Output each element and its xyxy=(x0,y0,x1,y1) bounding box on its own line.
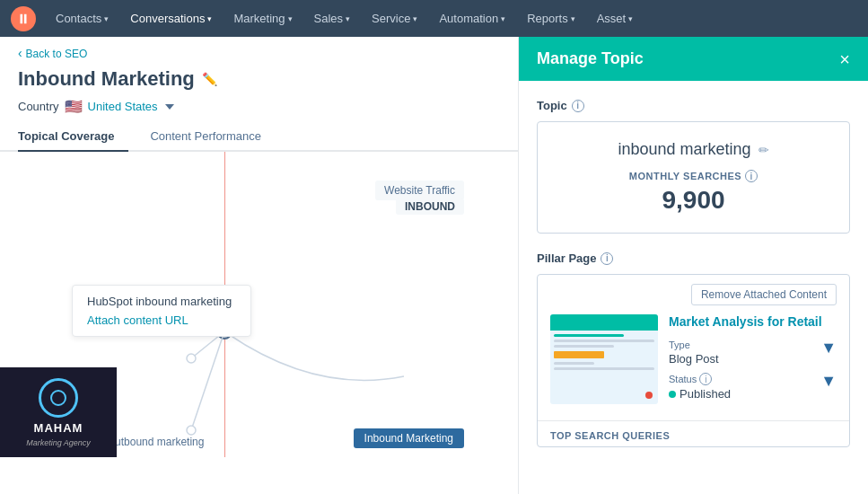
modal-header: Manage Topic × xyxy=(519,37,868,81)
nav-conversations[interactable]: Conversations▾ xyxy=(121,8,221,29)
chart-area: Website Traffic INBOUND HubSpot inbound … xyxy=(0,152,518,457)
hubspot-logo xyxy=(11,6,36,31)
thumb-body xyxy=(550,331,658,376)
maham-logo: MAHAM Marketing Agency xyxy=(0,367,117,457)
manage-topic-modal: Manage Topic × Topic i inbound marketing… xyxy=(518,37,868,494)
status-dot-icon xyxy=(669,391,676,398)
pillar-section: Pillar Page i Remove Attached Content xyxy=(537,251,850,447)
status-info-icon[interactable]: i xyxy=(699,373,712,385)
country-link[interactable]: United States xyxy=(88,100,158,113)
modal-body: Topic i inbound marketing ✏ MONTHLY SEAR… xyxy=(519,81,868,494)
close-button[interactable]: × xyxy=(839,50,850,68)
left-panel: Back to SEO Inbound Marketing ✏️ Country… xyxy=(0,37,518,494)
topic-value: inbound marketing xyxy=(618,140,750,159)
tabs-row: Topical Coverage Content Performance xyxy=(0,122,518,152)
nav-sales[interactable]: Sales▾ xyxy=(305,8,360,29)
pillar-name[interactable]: Market Analysis for Retail xyxy=(669,314,837,329)
thumb-line-4 xyxy=(554,362,594,365)
status-value: Published xyxy=(669,387,731,401)
page-title: Inbound Marketing xyxy=(18,67,195,91)
remove-attached-content-button[interactable]: Remove Attached Content xyxy=(691,284,837,305)
pillar-section-label: Pillar Page i xyxy=(537,251,850,265)
maham-subtitle: Marketing Agency xyxy=(26,438,91,447)
page-title-row: Inbound Marketing ✏️ xyxy=(0,64,518,98)
tab-content-performance[interactable]: Content Performance xyxy=(150,122,276,150)
attach-link[interactable]: Attach content URL xyxy=(87,313,236,327)
nav-contacts[interactable]: Contacts▾ xyxy=(47,8,118,29)
pillar-type-field: Type Blog Post xyxy=(669,340,719,366)
country-label: Country xyxy=(18,100,59,113)
nav-marketing[interactable]: Marketing▾ xyxy=(224,8,301,29)
type-value: Blog Post xyxy=(669,352,719,366)
nav-automation[interactable]: Automation▾ xyxy=(430,8,514,29)
pillar-info-icon[interactable]: i xyxy=(601,252,613,265)
svg-point-4 xyxy=(187,354,196,363)
status-label: Status i xyxy=(669,373,731,385)
node-card: HubSpot inbound marketing Attach content… xyxy=(72,285,251,337)
edit-icon[interactable]: ✏️ xyxy=(202,72,217,86)
inbound-label: INBOUND xyxy=(396,198,464,215)
type-chevron-button[interactable]: ▼ xyxy=(820,340,837,356)
node-title: HubSpot inbound marketing xyxy=(87,295,236,308)
top-search-queries-label: TOP SEARCH QUERIES xyxy=(538,420,849,446)
bottom-label: Inbound Marketing xyxy=(354,428,464,448)
top-navigation: Contacts▾ Conversations▾ Marketing▾ Sale… xyxy=(0,0,868,37)
breadcrumb[interactable]: Back to SEO xyxy=(0,37,518,64)
monthly-searches-label: MONTHLY SEARCHES i xyxy=(556,170,831,182)
topic-info-icon[interactable]: i xyxy=(572,100,584,112)
topic-value-row: inbound marketing ✏ xyxy=(556,140,831,159)
country-flag: 🇺🇸 xyxy=(65,98,83,115)
thumb-line-1 xyxy=(554,334,624,337)
pillar-info: Market Analysis for Retail Type Blog Pos… xyxy=(669,314,837,408)
country-row: Country 🇺🇸 United States xyxy=(0,98,518,122)
topic-edit-icon[interactable]: ✏ xyxy=(758,143,769,157)
thumb-line-3 xyxy=(554,345,614,348)
thumb-line-2 xyxy=(554,340,654,342)
monthly-info-icon[interactable]: i xyxy=(745,170,758,182)
status-chevron-button[interactable]: ▼ xyxy=(820,373,837,389)
type-label: Type xyxy=(669,340,719,350)
modal-title: Manage Topic xyxy=(537,49,644,68)
country-dropdown-icon[interactable] xyxy=(165,104,174,110)
monthly-searches-value: 9,900 xyxy=(556,186,831,215)
thumb-orange-block xyxy=(554,351,604,358)
maham-name: MAHAM xyxy=(34,421,83,435)
tab-topical-coverage[interactable]: Topical Coverage xyxy=(18,122,128,150)
thumb-line-5 xyxy=(554,367,654,370)
maham-circle-icon xyxy=(39,378,78,418)
svg-point-5 xyxy=(187,426,196,435)
pillar-box-header: Remove Attached Content xyxy=(538,275,849,314)
thumb-red-dot xyxy=(645,392,653,399)
main-layout: Back to SEO Inbound Marketing ✏️ Country… xyxy=(0,37,868,494)
maham-inner-icon xyxy=(50,390,66,406)
thumb-header xyxy=(550,314,658,331)
topic-section-label: Topic i xyxy=(537,99,850,112)
pillar-status-field: Status i Published xyxy=(669,373,731,401)
topic-box: inbound marketing ✏ MONTHLY SEARCHES i 9… xyxy=(537,121,850,234)
nav-asset[interactable]: Asset▾ xyxy=(588,8,643,29)
pillar-content: Market Analysis for Retail Type Blog Pos… xyxy=(538,314,849,420)
pillar-box: Remove Attached Content xyxy=(537,274,850,447)
pillar-thumbnail xyxy=(550,314,658,404)
traffic-label: Website Traffic xyxy=(375,181,464,200)
nav-reports[interactable]: Reports▾ xyxy=(518,8,584,29)
nav-service[interactable]: Service▾ xyxy=(363,8,426,29)
svg-point-0 xyxy=(11,6,36,31)
svg-line-3 xyxy=(191,331,224,430)
